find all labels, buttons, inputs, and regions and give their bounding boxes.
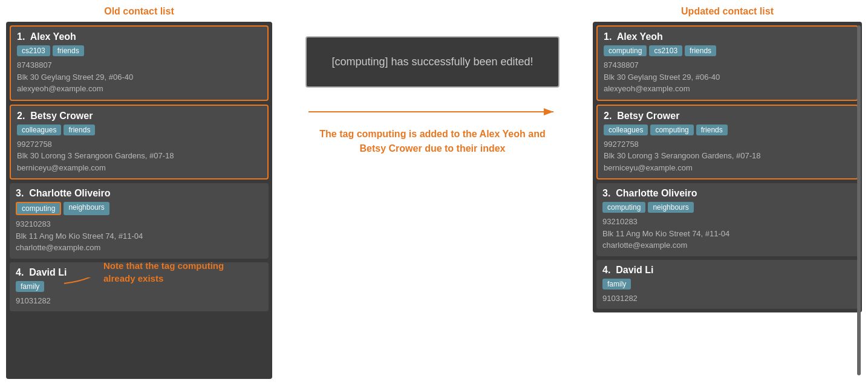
old-contact-3-phone: 93210283 bbox=[16, 218, 263, 230]
old-contact-1-info: 87438807 Blk 30 Geylang Street 29, #06-4… bbox=[17, 59, 261, 95]
new-contact-list: 1. Alex Yeoh computing cs2103 friends 87… bbox=[593, 22, 862, 312]
tag-friends-2: friends bbox=[64, 125, 95, 135]
new-contact-2-address: Blk 30 Lorong 3 Serangoon Gardens, #07-1… bbox=[604, 150, 851, 162]
new-contact-4: 4. David Li family 91031282 bbox=[596, 260, 858, 309]
tag-cs2103: cs2103 bbox=[17, 45, 50, 56]
right-arrow-row bbox=[305, 106, 560, 118]
new-tag-neighbours: neighbours bbox=[648, 202, 693, 213]
new-tag-cs2103: cs2103 bbox=[649, 45, 682, 56]
new-contact-2-name: 2. Betsy Crower bbox=[604, 111, 851, 121]
new-contact-1-address: Blk 30 Geylang Street 29, #06-40 bbox=[604, 71, 851, 83]
new-contact-3-phone: 93210283 bbox=[602, 216, 852, 228]
old-contact-2-tags: colleagues friends bbox=[17, 125, 261, 135]
old-contact-1-email: alexyeoh@example.com bbox=[17, 83, 261, 95]
new-contact-1-info: 87438807 Blk 30 Geylang Street 29, #06-4… bbox=[604, 59, 851, 95]
new-tag-computing-charlotte: computing bbox=[602, 202, 645, 213]
old-contact-4-info: 91031282 bbox=[16, 295, 263, 307]
old-contact-3-info: 93210283 Blk 11 Ang Mo Kio Street 74, #1… bbox=[16, 218, 263, 254]
new-contact-1: 1. Alex Yeoh computing cs2103 friends 87… bbox=[596, 25, 858, 101]
old-contact-2: 2. Betsy Crower colleagues friends 99272… bbox=[10, 105, 269, 180]
old-contact-3: 3. Charlotte Oliveiro computing neighbou… bbox=[10, 183, 269, 259]
new-contact-4-info: 91031282 bbox=[602, 293, 852, 305]
success-box: [computing] has successfully been edited… bbox=[305, 36, 560, 88]
old-contact-list: 1. Alex Yeoh cs2103 friends 87438807 Blk… bbox=[6, 22, 272, 379]
old-contact-2-email: berniceyu@example.com bbox=[17, 162, 261, 174]
right-arrow bbox=[305, 106, 560, 118]
new-contact-1-name: 1. Alex Yeoh bbox=[604, 31, 851, 42]
tag-family: family bbox=[16, 281, 44, 292]
old-contact-3-address: Blk 11 Ang Mo Kio Street 74, #11-04 bbox=[16, 230, 263, 242]
old-contact-1-phone: 87438807 bbox=[17, 59, 261, 71]
new-contact-4-phone: 91031282 bbox=[602, 293, 852, 305]
old-contact-2-phone: 99272758 bbox=[17, 138, 261, 150]
new-tag-colleagues: colleagues bbox=[604, 125, 648, 135]
new-tag-friends-2: friends bbox=[696, 125, 728, 135]
new-contact-2-tags: colleagues computing friends bbox=[604, 125, 851, 135]
new-contact-list-wrapper: 1. Alex Yeoh computing cs2103 friends 87… bbox=[593, 22, 862, 379]
middle-panel: [computing] has successfully been edited… bbox=[278, 6, 587, 379]
old-contact-2-address: Blk 30 Lorong 3 Serangoon Gardens, #07-1… bbox=[17, 150, 261, 162]
new-tag-computing-alex: computing bbox=[604, 45, 647, 56]
note-arrow bbox=[58, 277, 106, 308]
new-contact-2-phone: 99272758 bbox=[604, 138, 851, 150]
note-annotation: Note that the tag computing already exis… bbox=[103, 259, 230, 285]
old-contact-4-phone: 91031282 bbox=[16, 295, 263, 307]
success-message: [computing] has successfully been edited… bbox=[331, 56, 533, 68]
old-contact-1-tags: cs2103 friends bbox=[17, 45, 261, 56]
new-contact-3-name: 3. Charlotte Oliveiro bbox=[602, 188, 852, 199]
old-contact-1: 1. Alex Yeoh cs2103 friends 87438807 Blk… bbox=[10, 25, 269, 101]
old-contact-3-email: charlotte@example.com bbox=[16, 242, 263, 254]
new-contact-1-tags: computing cs2103 friends bbox=[604, 45, 851, 56]
old-contact-3-name: 3. Charlotte Oliveiro bbox=[16, 188, 263, 199]
new-contact-3-email: charlotte@example.com bbox=[602, 239, 852, 251]
new-contact-2-info: 99272758 Blk 30 Lorong 3 Serangoon Garde… bbox=[604, 138, 851, 174]
old-contact-2-name: 2. Betsy Crower bbox=[17, 111, 261, 121]
old-contact-1-name: 1. Alex Yeoh bbox=[17, 31, 261, 42]
old-contact-3-tags: computing neighbours bbox=[16, 202, 263, 215]
old-contact-4: 4. David Li family 91031282 Note that th… bbox=[10, 262, 269, 312]
new-contact-1-email: alexyeoh@example.com bbox=[604, 83, 851, 95]
new-contact-4-name: 4. David Li bbox=[602, 265, 852, 276]
new-tag-friends: friends bbox=[685, 45, 716, 56]
tag-computing-charlotte: computing bbox=[16, 202, 61, 215]
left-panel: Old contact list 1. Alex Yeoh cs2103 fri… bbox=[0, 6, 278, 379]
left-title: Old contact list bbox=[6, 6, 272, 17]
old-contact-1-address: Blk 30 Geylang Street 29, #06-40 bbox=[17, 71, 261, 83]
tag-neighbours: neighbours bbox=[64, 202, 109, 215]
old-contact-2-info: 99272758 Blk 30 Lorong 3 Serangoon Garde… bbox=[17, 138, 261, 174]
new-contact-2-email: berniceyu@example.com bbox=[604, 162, 851, 174]
new-contact-3-info: 93210283 Blk 11 Ang Mo Kio Street 74, #1… bbox=[602, 216, 852, 251]
right-panel: Updated contact list 1. Alex Yeoh comput… bbox=[587, 6, 868, 379]
new-tag-computing-betsy: computing bbox=[650, 125, 693, 135]
scrollbar[interactable] bbox=[857, 25, 861, 375]
new-contact-3: 3. Charlotte Oliveiro computing neighbou… bbox=[596, 183, 858, 256]
new-contact-1-phone: 87438807 bbox=[604, 59, 851, 71]
tag-friends: friends bbox=[53, 45, 84, 56]
tag-colleagues: colleagues bbox=[17, 125, 61, 135]
new-tag-family: family bbox=[602, 279, 631, 290]
new-contact-2: 2. Betsy Crower colleagues computing fri… bbox=[596, 105, 858, 180]
new-contact-4-tags: family bbox=[602, 279, 852, 290]
new-contact-3-tags: computing neighbours bbox=[602, 202, 852, 213]
new-contact-3-address: Blk 11 Ang Mo Kio Street 74, #11-04 bbox=[602, 228, 852, 240]
right-title: Updated contact list bbox=[593, 6, 862, 17]
explanation-text: The tag computing is added to the Alex Y… bbox=[305, 127, 560, 156]
